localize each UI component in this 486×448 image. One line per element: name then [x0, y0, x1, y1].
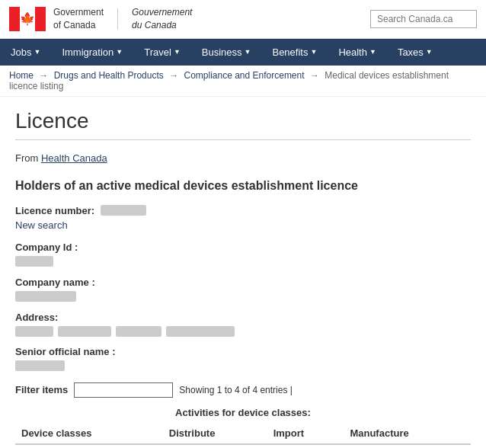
main-nav: Jobs ▼ Immigration ▼ Travel ▼ Business ▼… [0, 39, 486, 66]
senior-official-group: Senior official name : [15, 346, 471, 372]
main-content: Licence From Health Canada Holders of an… [0, 97, 486, 448]
address-value [15, 326, 471, 337]
chevron-down-icon: ▼ [34, 48, 40, 56]
nav-item-business[interactable]: Business ▼ [191, 39, 262, 66]
from-label: From [15, 152, 38, 164]
licence-number-value [101, 205, 146, 216]
nav-label-taxes: Taxes [398, 46, 424, 58]
breadcrumb-sep3: → [310, 70, 319, 81]
filter-input[interactable] [74, 382, 173, 398]
showing-text: Showing 1 to 4 of 4 entries | [179, 385, 293, 395]
from-link[interactable]: Health Canada [41, 152, 107, 164]
title-divider [15, 139, 471, 140]
gov-name: Government of Canada [53, 6, 104, 32]
breadcrumb-sep: → [39, 70, 48, 81]
filter-row: Filter items Showing 1 to 4 of 4 entries… [15, 382, 471, 398]
nav-label-jobs: Jobs [11, 46, 31, 58]
address-group: Address: [15, 312, 471, 337]
cell-device-class: Class I [15, 444, 163, 448]
section-heading: Holders of an active medical devices est… [15, 179, 471, 193]
nav-item-taxes[interactable]: Taxes ▼ [387, 39, 443, 66]
cell-import: No [267, 444, 344, 448]
col-distribute: Distribute [163, 423, 267, 444]
nav-label-benefits: Benefits [272, 46, 308, 58]
page-title: Licence [15, 109, 471, 133]
logo-area: 🍁 Government of Canada Gouvernement du C… [9, 6, 192, 32]
chevron-down-icon: ▼ [116, 48, 123, 56]
site-header: 🍁 Government of Canada Gouvernement du C… [0, 0, 486, 39]
nav-label-health: Health [338, 46, 367, 58]
company-name-label: Company name : [15, 277, 471, 288]
activities-header: Activities for device classes: [15, 402, 471, 423]
nav-label-immigration: Immigration [62, 46, 114, 58]
nav-item-health[interactable]: Health ▼ [328, 39, 387, 66]
chevron-down-icon: ▼ [174, 48, 181, 56]
breadcrumb: Home → Drugs and Health Products → Compl… [0, 66, 486, 97]
from-line: From Health Canada [15, 152, 471, 164]
nav-label-travel: Travel [144, 46, 171, 58]
search-area [370, 10, 477, 28]
gov-name-en: Government [53, 7, 104, 18]
chevron-down-icon: ▼ [245, 48, 251, 56]
company-id-value [15, 256, 471, 267]
cell-manufacture: Yes [344, 444, 471, 448]
filter-label: Filter items [15, 384, 68, 395]
nav-item-jobs[interactable]: Jobs ▼ [0, 39, 51, 66]
chevron-down-icon: ▼ [426, 48, 433, 56]
table-row: Class I No No Yes [15, 444, 471, 448]
chevron-down-icon: ▼ [369, 48, 376, 56]
address-label: Address: [15, 312, 471, 323]
nav-item-benefits[interactable]: Benefits ▼ [261, 39, 328, 66]
company-id-label: Company Id : [15, 242, 471, 253]
breadcrumb-sep2: → [169, 70, 178, 81]
licence-number-row: Licence number: [15, 205, 471, 216]
gov-name-fr: Gouvernement du Canada [132, 6, 192, 32]
canada-flag: 🍁 [9, 7, 46, 31]
breadcrumb-compliance[interactable]: Compliance and Enforcement [184, 70, 304, 81]
nav-item-travel[interactable]: Travel ▼ [133, 39, 191, 66]
senior-official-value [15, 360, 471, 372]
nav-label-business: Business [202, 46, 242, 58]
new-search-link[interactable]: New search [15, 219, 471, 231]
col-device-classes: Device classes [15, 423, 163, 444]
col-manufacture: Manufacture [344, 423, 471, 444]
col-import: Import [267, 423, 344, 444]
senior-official-label: Senior official name : [15, 346, 471, 357]
licence-number-label: Licence number: [15, 205, 94, 216]
chevron-down-icon: ▼ [310, 48, 317, 56]
device-classes-table: Device classes Distribute Import Manufac… [15, 423, 471, 448]
cell-distribute: No [163, 444, 267, 448]
company-id-group: Company Id : [15, 242, 471, 267]
nav-item-immigration[interactable]: Immigration ▼ [51, 39, 133, 66]
gov-name-en2: of Canada [53, 20, 95, 30]
breadcrumb-drugs[interactable]: Drugs and Health Products [54, 70, 164, 81]
search-input[interactable] [370, 10, 477, 28]
breadcrumb-home[interactable]: Home [9, 70, 34, 81]
company-name-group: Company name : [15, 277, 471, 302]
company-name-value [15, 291, 471, 302]
